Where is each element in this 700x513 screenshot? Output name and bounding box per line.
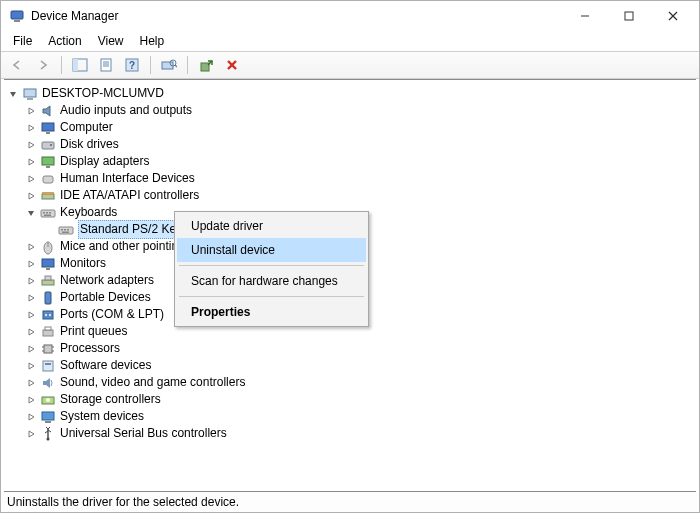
close-button[interactable] [651, 2, 695, 30]
tree-category[interactable]: Human Interface Devices [6, 170, 694, 187]
speaker-icon [40, 103, 56, 119]
display-icon [40, 154, 56, 170]
category-label: Storage controllers [60, 391, 161, 408]
chevron-right-icon[interactable] [24, 308, 38, 322]
show-hide-tree-button[interactable] [68, 54, 92, 76]
category-label: Processors [60, 340, 120, 357]
tree-category[interactable]: Disk drives [6, 136, 694, 153]
svg-rect-24 [42, 142, 54, 149]
chevron-down-icon[interactable] [24, 206, 38, 220]
category-label: Keyboards [60, 204, 117, 221]
svg-rect-46 [45, 276, 51, 280]
svg-line-16 [175, 65, 177, 67]
category-label: Disk drives [60, 136, 119, 153]
minimize-button[interactable] [563, 2, 607, 30]
svg-rect-17 [201, 63, 209, 71]
chevron-right-icon[interactable] [24, 359, 38, 373]
chevron-right-icon[interactable] [24, 376, 38, 390]
window-title: Device Manager [31, 9, 563, 23]
maximize-button[interactable] [607, 2, 651, 30]
context-menu-separator [179, 265, 364, 266]
root-label: DESKTOP-MCLUMVD [42, 85, 164, 102]
hid-icon [40, 171, 56, 187]
svg-rect-27 [46, 166, 50, 168]
svg-rect-7 [73, 59, 78, 71]
svg-rect-8 [101, 59, 111, 71]
chevron-right-icon[interactable] [24, 121, 38, 135]
monitor-icon [40, 120, 56, 136]
chevron-right-icon[interactable] [24, 342, 38, 356]
uninstall-button[interactable] [220, 54, 244, 76]
category-label: Audio inputs and outputs [60, 102, 192, 119]
category-label: System devices [60, 408, 144, 425]
context-menu-item[interactable]: Uninstall device [177, 238, 366, 262]
chevron-right-icon[interactable] [24, 410, 38, 424]
tree-category[interactable]: Sound, video and game controllers [6, 374, 694, 391]
titlebar: Device Manager [1, 1, 699, 31]
svg-rect-33 [46, 212, 48, 214]
tree-category[interactable]: Universal Serial Bus controllers [6, 425, 694, 442]
svg-rect-58 [43, 361, 53, 371]
menu-help[interactable]: Help [132, 32, 173, 50]
keyboard-icon [58, 222, 74, 238]
chevron-right-icon[interactable] [24, 291, 38, 305]
tree-category[interactable]: System devices [6, 408, 694, 425]
context-menu-item[interactable]: Scan for hardware changes [177, 269, 366, 293]
tree-category[interactable]: Audio inputs and outputs [6, 102, 694, 119]
chevron-right-icon[interactable] [24, 189, 38, 203]
chevron-right-icon[interactable] [24, 393, 38, 407]
svg-rect-0 [11, 11, 23, 19]
help-button[interactable]: ? [120, 54, 144, 76]
ide-icon [40, 188, 56, 204]
chevron-right-icon[interactable] [24, 257, 38, 271]
svg-rect-3 [625, 12, 633, 20]
back-button[interactable] [5, 54, 29, 76]
svg-rect-1 [14, 20, 20, 22]
update-driver-button[interactable] [194, 54, 218, 76]
tree-category[interactable]: IDE ATA/ATAPI controllers [6, 187, 694, 204]
category-label: Print queues [60, 323, 127, 340]
tree-category[interactable]: Software devices [6, 357, 694, 374]
toolbar: ? [1, 51, 699, 79]
scan-hardware-button[interactable] [157, 54, 181, 76]
svg-rect-26 [42, 157, 54, 165]
chevron-right-icon[interactable] [24, 427, 38, 441]
menu-file[interactable]: File [5, 32, 40, 50]
category-label: Portable Devices [60, 289, 151, 306]
tree-category[interactable]: Storage controllers [6, 391, 694, 408]
network-icon [40, 273, 56, 289]
context-menu: Update driverUninstall deviceScan for ha… [174, 211, 369, 327]
monitor-icon [40, 256, 56, 272]
menubar: File Action View Help [1, 31, 699, 51]
forward-button[interactable] [31, 54, 55, 76]
toolbar-separator [150, 56, 151, 74]
svg-rect-23 [46, 132, 50, 134]
tree-category[interactable]: Processors [6, 340, 694, 357]
chevron-right-icon[interactable] [24, 274, 38, 288]
chevron-right-icon[interactable] [24, 325, 38, 339]
category-label: Display adapters [60, 153, 149, 170]
svg-rect-37 [61, 229, 63, 231]
context-menu-item[interactable]: Properties [177, 300, 366, 324]
disk-icon [40, 137, 56, 153]
properties-button[interactable] [94, 54, 118, 76]
chevron-right-icon[interactable] [24, 240, 38, 254]
software-icon [40, 358, 56, 374]
context-menu-separator [179, 296, 364, 297]
chevron-right-icon[interactable] [24, 172, 38, 186]
tree-root[interactable]: DESKTOP-MCLUMVD [6, 85, 694, 102]
svg-rect-39 [67, 229, 69, 231]
tree-category[interactable]: Display adapters [6, 153, 694, 170]
chevron-right-icon[interactable] [24, 138, 38, 152]
menu-action[interactable]: Action [40, 32, 89, 50]
context-menu-item[interactable]: Update driver [177, 214, 366, 238]
svg-rect-32 [43, 212, 45, 214]
svg-rect-35 [44, 214, 51, 216]
device-manager-window: Device Manager File Action View Help [0, 0, 700, 513]
app-icon [9, 8, 25, 24]
chevron-right-icon[interactable] [24, 104, 38, 118]
chevron-down-icon[interactable] [6, 87, 20, 101]
chevron-right-icon[interactable] [24, 155, 38, 169]
menu-view[interactable]: View [90, 32, 132, 50]
tree-category[interactable]: Computer [6, 119, 694, 136]
